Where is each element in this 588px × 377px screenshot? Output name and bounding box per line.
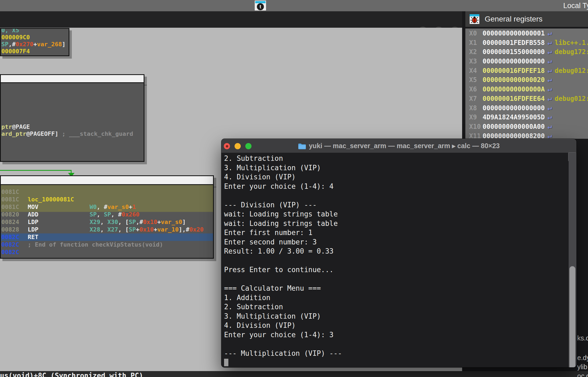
- register-name: X1: [469, 38, 483, 48]
- asm-segment: W0: [90, 204, 97, 210]
- register-row[interactable]: X6000000000000000A↵: [465, 84, 588, 94]
- asm-segment: ,: [9, 41, 12, 48]
- return-arrow-icon[interactable]: ↵: [547, 84, 552, 93]
- asm-row[interactable]: 00828LDPX28, X27, [SP+0x10+var_10],#0x20: [1, 226, 213, 233]
- asm-segment: #: [12, 41, 16, 48]
- terminal-titlebar[interactable]: yuki — mac_server_arm — mac_server_arm ▸…: [221, 139, 576, 153]
- asm-segment: var_s0: [161, 219, 182, 225]
- asm-address: 0082C: [1, 241, 19, 248]
- terminal-cursor-line: [224, 358, 566, 366]
- asm-segment: X30: [107, 219, 118, 225]
- asm-row[interactable]: 00820ADDSP, SP, #0x260: [1, 211, 213, 218]
- asm-segment: X28: [90, 226, 100, 233]
- module-name-fragment: ylib: [577, 363, 587, 371]
- registers-list[interactable]: X00000000000000001↵X100000001FEDFB558↵li…: [465, 29, 588, 139]
- asm-address: 00828: [1, 226, 19, 233]
- register-name: X10: [469, 122, 483, 131]
- register-row[interactable]: X4000000016FDFEF18↵debug012:: [465, 66, 588, 75]
- terminal-line: wait: Loading strings table: [224, 209, 566, 219]
- terminal-title: yuki — mac_server_arm — mac_server_arm ▸…: [221, 142, 576, 150]
- asm-address: 0081C: [1, 203, 19, 211]
- return-arrow-icon[interactable]: ↵: [547, 38, 552, 47]
- register-row[interactable]: X00000000000000001↵: [465, 29, 588, 38]
- app-window-icon[interactable]: t: [255, 1, 266, 10]
- register-row[interactable]: X7000000016FDFEE64↵debug012:: [465, 94, 588, 103]
- status-text: us(void)+8C (Synchronized with PC): [0, 372, 143, 377]
- return-arrow-icon[interactable]: ↵: [547, 47, 552, 56]
- terminal-line: [224, 275, 566, 284]
- graph-node-top[interactable]: 0, X5000009C0SP,#0x270+var_268]000007F4: [0, 28, 69, 56]
- return-arrow-icon[interactable]: ↵: [547, 29, 552, 37]
- terminal-line: 2. Subtraction: [224, 154, 566, 163]
- asm-mnemonic: LDP: [28, 226, 90, 233]
- asm-row[interactable]: 0082CRET: [1, 233, 213, 241]
- terminal-line: 3. Multiplication (VIP): [224, 312, 566, 321]
- terminal-cursor[interactable]: [224, 359, 228, 366]
- asm-segment: 0x260: [122, 211, 139, 218]
- asm-segment: SP: [1, 41, 9, 48]
- register-row[interactable]: X110000000000008200↵: [465, 131, 588, 139]
- register-row[interactable]: X20000000155000000↵debug172:: [465, 47, 588, 56]
- terminal-content[interactable]: 2. Subtraction3. Multiplication (VIP)4. …: [224, 154, 566, 366]
- graph-node-mid-header[interactable]: [0, 74, 144, 83]
- terminal-line: 4. Division (VIP): [224, 172, 566, 182]
- graph-node-bottom-header[interactable]: [0, 175, 214, 185]
- asm-segment: 0x10: [140, 226, 154, 233]
- register-row[interactable]: X80000000000000000↵: [465, 103, 588, 113]
- register-row[interactable]: X30000000000000000↵: [465, 56, 588, 66]
- register-row[interactable]: X94D9A1824A995005D↵: [465, 112, 588, 122]
- registers-titlebar[interactable]: General registers: [465, 11, 588, 27]
- asm-mnemonic: ADD: [28, 211, 90, 218]
- terminal-line: Result: 1.00 / 3.00 = 0.33: [224, 247, 566, 256]
- terminal-scrollbar-track[interactable]: [569, 153, 576, 367]
- register-name: X3: [469, 57, 483, 66]
- graph-node-mid[interactable]: ptr@PAGEard_ptr@PAGEOFF] ; ___stack_chk_…: [0, 82, 144, 162]
- register-comment: debug172:: [555, 48, 588, 56]
- register-comment: debug012:: [555, 95, 588, 102]
- register-value: 0000000000000000: [483, 104, 545, 112]
- icon-titlebar: [255, 1, 265, 3]
- asm-segment: ptr: [1, 123, 12, 130]
- return-arrow-icon[interactable]: ↵: [547, 66, 552, 75]
- asm-segment: 0, X5: [1, 28, 19, 34]
- asm-mnemonic: loc_10000081C: [28, 196, 74, 203]
- modules-panel-sliver: ks.de.dyyliboc.d: [576, 139, 588, 375]
- return-arrow-icon[interactable]: ↵: [547, 75, 552, 84]
- return-arrow-icon[interactable]: ↵: [547, 112, 552, 121]
- terminal-window[interactable]: yuki — mac_server_arm — mac_server_arm ▸…: [221, 139, 576, 367]
- asm-row[interactable]: 00824LDPX29, X30, [SP,#0x10+var_s0]: [1, 218, 213, 226]
- register-row[interactable]: X100000001FEDFB558↵libc++.1.: [465, 38, 588, 47]
- asm-segment: ,: [100, 226, 108, 233]
- asm-mnemonic: LDP: [28, 218, 90, 226]
- register-row[interactable]: X100000000000000A00↵: [465, 122, 588, 131]
- asm-segment: 000007F4: [1, 48, 30, 55]
- local-types-label[interactable]: Local Ty: [563, 2, 588, 10]
- t-letter-icon: t: [257, 3, 264, 10]
- asm-row[interactable]: 0082C; End of function checkVipStatus(vo…: [1, 241, 213, 248]
- return-arrow-icon[interactable]: ↵: [547, 94, 552, 103]
- return-arrow-icon[interactable]: ↵: [547, 103, 552, 112]
- asm-address: 0082C: [1, 248, 19, 256]
- asm-row[interactable]: 0081C: [1, 188, 213, 196]
- terminal-line: Enter first number: 1: [224, 228, 566, 237]
- asm-segment: #: [186, 226, 189, 233]
- asm-segment: ,: [136, 219, 139, 225]
- graph-node-bottom[interactable]: 0081C0081Cloc_10000081C0081CMOVW0, #var_…: [0, 184, 214, 259]
- terminal-line: --- Division (VIP) ---: [224, 200, 566, 210]
- asm-segment: @PAGE: [12, 123, 30, 130]
- return-arrow-icon[interactable]: ↵: [547, 131, 552, 139]
- asm-row[interactable]: 0081CMOVW0, #var_s0+1: [1, 203, 213, 211]
- register-value: 0000000155000000: [483, 48, 545, 56]
- asm-row[interactable]: 0081Cloc_10000081C: [1, 196, 213, 203]
- bug-window-icon: [470, 14, 479, 24]
- asm-segment: 0x10: [143, 219, 157, 225]
- return-arrow-icon[interactable]: ↵: [547, 122, 552, 131]
- register-row[interactable]: X50000000000000020↵: [465, 75, 588, 84]
- module-name-fragment: oc.d: [577, 372, 588, 377]
- asm-mnemonic: ; End of function checkVipStatus(void): [28, 241, 163, 248]
- return-arrow-icon[interactable]: ↵: [547, 56, 552, 65]
- asm-segment: +: [136, 226, 139, 233]
- terminal-scrollbar-thumb[interactable]: [569, 266, 575, 367]
- asm-row[interactable]: 0082C: [1, 248, 213, 256]
- asm-segment: 1: [132, 204, 136, 210]
